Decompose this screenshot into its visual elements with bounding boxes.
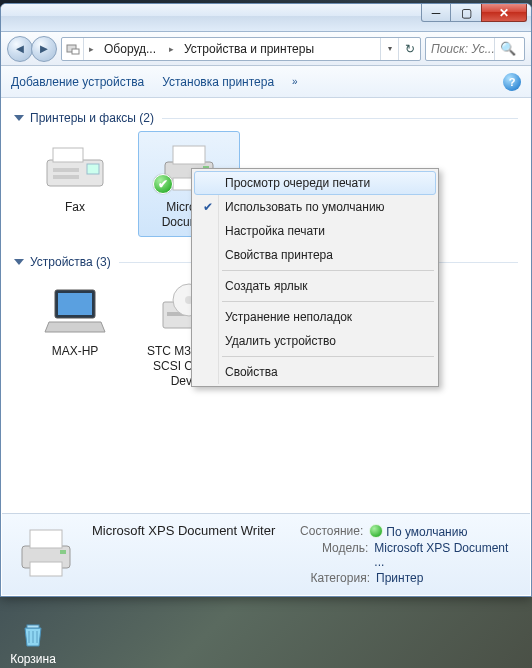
- status-default-icon: [369, 524, 383, 538]
- svg-rect-24: [60, 550, 66, 554]
- ctx-remove-device[interactable]: Удалить устройство: [194, 329, 436, 353]
- details-category-key: Категория:: [302, 571, 370, 585]
- back-button[interactable]: ◄: [7, 36, 33, 62]
- help-icon[interactable]: ?: [503, 73, 521, 91]
- ctx-printer-properties[interactable]: Свойства принтера: [194, 243, 436, 267]
- ctx-set-default[interactable]: ✔Использовать по умолчанию: [194, 195, 436, 219]
- ctx-create-shortcut[interactable]: Создать ярлык: [194, 274, 436, 298]
- recycle-bin-icon: [17, 618, 49, 650]
- address-bar[interactable]: ▸ Оборуд... ▸ Устройства и принтеры ▾ ↻: [61, 37, 421, 61]
- address-dropdown-icon[interactable]: ▾: [380, 38, 398, 60]
- devices-icon: [62, 38, 84, 60]
- details-title: Microsoft XPS Document Writer: [92, 523, 275, 538]
- check-icon: ✔: [203, 200, 213, 214]
- svg-rect-7: [53, 175, 79, 179]
- svg-rect-6: [53, 168, 79, 172]
- svg-rect-13: [58, 293, 92, 315]
- svg-rect-2: [72, 49, 79, 54]
- add-device-button[interactable]: Добавление устройства: [11, 75, 144, 89]
- svg-rect-5: [87, 164, 99, 174]
- install-printer-button[interactable]: Установка принтера: [162, 75, 274, 89]
- laptop-icon: [39, 282, 111, 340]
- forward-button[interactable]: ►: [31, 36, 57, 62]
- default-check-badge: ✔: [153, 174, 173, 194]
- recycle-bin-label: Корзина: [8, 652, 58, 666]
- chevron-down-icon: [14, 115, 24, 121]
- details-pane: Microsoft XPS Document Writer Состояние:…: [2, 513, 530, 595]
- device-label: MAX-HP: [27, 344, 123, 359]
- recycle-bin[interactable]: Корзина: [8, 618, 58, 666]
- breadcrumb-segment-hardware[interactable]: Оборуд...: [98, 38, 164, 60]
- printer-icon: [14, 522, 78, 582]
- details-model-val: Microsoft XPS Document ...: [374, 541, 518, 569]
- toolbar-overflow[interactable]: »: [292, 76, 298, 87]
- breadcrumb-segment-devices[interactable]: Устройства и принтеры: [178, 38, 322, 60]
- device-label: Fax: [27, 200, 123, 215]
- svg-rect-4: [53, 148, 83, 162]
- command-bar: Добавление устройства Установка принтера…: [1, 66, 531, 98]
- details-model-key: Модель:: [302, 541, 368, 569]
- device-item-fax[interactable]: Fax: [24, 131, 126, 237]
- search-input[interactable]: [426, 42, 494, 56]
- ctx-printing-preferences[interactable]: Настройка печати: [194, 219, 436, 243]
- minimize-button[interactable]: ─: [421, 4, 451, 22]
- svg-rect-0: [27, 625, 39, 628]
- ctx-troubleshoot[interactable]: Устранение неполадок: [194, 305, 436, 329]
- nav-bar: ◄ ► ▸ Оборуд... ▸ Устройства и принтеры …: [1, 32, 531, 66]
- group-header-printers[interactable]: Принтеры и факсы (2): [14, 111, 518, 125]
- menu-separator: [222, 356, 434, 357]
- ctx-properties[interactable]: Свойства: [194, 360, 436, 384]
- menu-separator: [222, 270, 434, 271]
- svg-rect-9: [173, 146, 205, 164]
- menu-separator: [222, 301, 434, 302]
- group-title-printers: Принтеры и факсы (2): [30, 111, 154, 125]
- ctx-view-queue[interactable]: Просмотр очереди печати: [194, 171, 436, 195]
- context-menu: Просмотр очереди печати ✔Использовать по…: [191, 168, 439, 387]
- chevron-right-icon[interactable]: ▸: [84, 44, 98, 54]
- device-item-computer[interactable]: MAX-HP: [24, 275, 126, 396]
- search-box[interactable]: 🔍: [425, 37, 525, 61]
- svg-rect-22: [30, 530, 62, 548]
- svg-rect-23: [30, 562, 62, 576]
- titlebar[interactable]: ─ ▢ ✕: [1, 4, 531, 32]
- refresh-button[interactable]: ↻: [398, 38, 420, 60]
- details-category-val: Принтер: [376, 571, 423, 585]
- chevron-right-icon[interactable]: ▸: [164, 44, 178, 54]
- fax-icon: [39, 138, 111, 196]
- details-state-key: Состояние:: [295, 524, 363, 539]
- close-button[interactable]: ✕: [481, 4, 527, 22]
- maximize-button[interactable]: ▢: [451, 4, 481, 22]
- details-state-val: По умолчанию: [386, 525, 467, 539]
- chevron-down-icon: [14, 259, 24, 265]
- group-title-devices: Устройства (3): [30, 255, 111, 269]
- search-icon[interactable]: 🔍: [494, 38, 520, 60]
